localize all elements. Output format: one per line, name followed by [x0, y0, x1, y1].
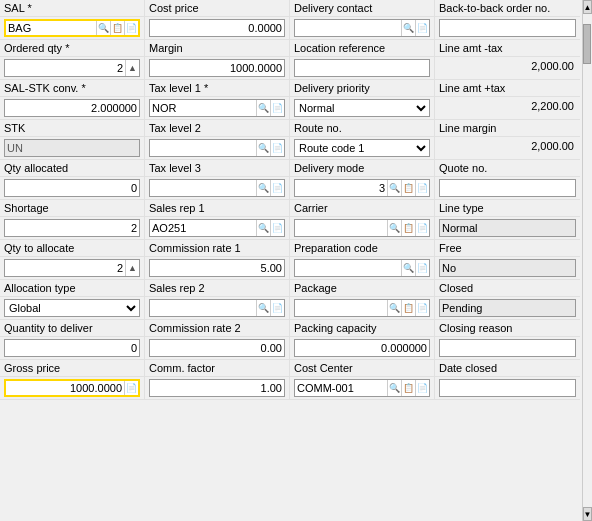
allocation-type-select-wrap[interactable]: Global: [4, 299, 140, 317]
scrollbar-thumb[interactable]: [583, 24, 591, 64]
carrier-search-icon[interactable]: 🔍: [387, 220, 401, 236]
sales-rep2-detail-icon[interactable]: 📄: [270, 300, 284, 316]
tax-level3-input-wrap[interactable]: 🔍 📄: [149, 179, 285, 197]
tax-level1-input-wrap[interactable]: 🔍 📄: [149, 99, 285, 117]
qty-to-deliver-input-wrap[interactable]: [4, 339, 140, 357]
shortage-input-wrap[interactable]: [4, 219, 140, 237]
tax-level3-detail-icon[interactable]: 📄: [270, 180, 284, 196]
scrollbar-down-button[interactable]: ▼: [583, 507, 592, 521]
ordered-qty-input[interactable]: [5, 60, 125, 76]
comm-factor-input-wrap[interactable]: [149, 379, 285, 397]
sales-rep1-input-wrap[interactable]: 🔍 📄: [149, 219, 285, 237]
sales-rep1-detail-icon[interactable]: 📄: [270, 220, 284, 236]
closing-reason-input[interactable]: [440, 340, 575, 356]
sales-rep2-input[interactable]: [150, 300, 256, 316]
quote-no-input-wrap[interactable]: [439, 179, 576, 197]
package-input-wrap[interactable]: 🔍 📋 📄: [294, 299, 430, 317]
delivery-mode-input-wrap[interactable]: 🔍 📋 📄: [294, 179, 430, 197]
tax-level2-detail-icon[interactable]: 📄: [270, 140, 284, 156]
package-copy-icon[interactable]: 📋: [401, 300, 415, 316]
qty-allocated-input[interactable]: [5, 180, 139, 196]
delivery-contact-input[interactable]: [295, 20, 401, 36]
cost-center-copy-icon[interactable]: 📋: [401, 380, 415, 396]
tax-level2-label: Tax level 2: [149, 119, 201, 135]
qty-allocated-input-wrap[interactable]: [4, 179, 140, 197]
scrollbar-up-button[interactable]: ▲: [583, 0, 592, 14]
delivery-mode-copy-icon[interactable]: 📋: [401, 180, 415, 196]
allocation-type-select[interactable]: Global: [5, 300, 139, 316]
cost-price-input[interactable]: 0.0000: [150, 20, 284, 36]
tax-level2-search-icon[interactable]: 🔍: [256, 140, 270, 156]
packing-capacity-input[interactable]: [295, 340, 429, 356]
package-detail-icon[interactable]: 📄: [415, 300, 429, 316]
location-ref-input[interactable]: [295, 60, 429, 76]
tax-level3-search-icon[interactable]: 🔍: [256, 180, 270, 196]
tax-level1-input[interactable]: [150, 100, 256, 116]
sales-rep1-search-icon[interactable]: 🔍: [256, 220, 270, 236]
delivery-contact-input-wrap[interactable]: 🔍 📄: [294, 19, 430, 37]
margin-input-wrap[interactable]: [149, 59, 285, 77]
commission-rate2-input[interactable]: [150, 340, 284, 356]
route-no-select[interactable]: Route code 1: [295, 140, 429, 156]
closing-reason-input-wrap[interactable]: [439, 339, 576, 357]
cost-center-input[interactable]: [295, 380, 387, 396]
delivery-mode-input[interactable]: [295, 180, 387, 196]
tax-level1-detail-icon[interactable]: 📄: [270, 100, 284, 116]
comm-factor-input[interactable]: [150, 380, 284, 396]
carrier-copy-icon[interactable]: 📋: [401, 220, 415, 236]
sal-copy-icon[interactable]: 📋: [110, 21, 124, 35]
preparation-code-input[interactable]: [295, 260, 401, 276]
tax-level2-input-wrap[interactable]: 🔍 📄: [149, 139, 285, 157]
ordered-qty-input-wrap[interactable]: ▲: [4, 59, 140, 77]
quote-no-input[interactable]: [440, 180, 575, 196]
delivery-priority-select-wrap[interactable]: Normal: [294, 99, 430, 117]
qty-to-allocate-spin-icon[interactable]: ▲: [125, 260, 139, 276]
date-closed-input-wrap[interactable]: [439, 379, 576, 397]
cost-center-input-wrap[interactable]: 🔍 📋 📄: [294, 379, 430, 397]
sales-rep2-search-icon[interactable]: 🔍: [256, 300, 270, 316]
qty-to-deliver-input[interactable]: [5, 340, 139, 356]
gross-price-input-wrap[interactable]: 📄: [4, 379, 140, 397]
commission-rate2-input-wrap[interactable]: [149, 339, 285, 357]
gross-price-input[interactable]: [6, 381, 124, 395]
preparation-code-detail-icon[interactable]: 📄: [415, 260, 429, 276]
carrier-input-wrap[interactable]: 🔍 📋 📄: [294, 219, 430, 237]
commission-rate1-input[interactable]: [150, 260, 284, 276]
sal-search-icon[interactable]: 🔍: [96, 21, 110, 35]
location-ref-input-wrap[interactable]: [294, 59, 430, 77]
carrier-detail-icon[interactable]: 📄: [415, 220, 429, 236]
delivery-priority-select[interactable]: Normal: [295, 100, 429, 116]
cost-center-search-icon[interactable]: 🔍: [387, 380, 401, 396]
sal-input-wrap[interactable]: BAG 🔍 📋 📄: [4, 19, 140, 37]
delivery-contact-search-icon[interactable]: 🔍: [401, 20, 415, 36]
ordered-qty-spin-icon[interactable]: ▲: [125, 60, 139, 76]
preparation-code-search-icon[interactable]: 🔍: [401, 260, 415, 276]
shortage-input[interactable]: [5, 220, 139, 236]
sales-rep2-input-wrap[interactable]: 🔍 📄: [149, 299, 285, 317]
delivery-mode-search-icon[interactable]: 🔍: [387, 180, 401, 196]
package-search-icon[interactable]: 🔍: [387, 300, 401, 316]
cost-price-input-wrap[interactable]: 0.0000: [149, 19, 285, 37]
gross-price-detail-icon[interactable]: 📄: [124, 381, 138, 395]
delivery-mode-detail-icon[interactable]: 📄: [415, 180, 429, 196]
margin-input[interactable]: [150, 60, 284, 76]
preparation-code-input-wrap[interactable]: 🔍 📄: [294, 259, 430, 277]
package-input[interactable]: [295, 300, 387, 316]
date-closed-input[interactable]: [440, 380, 575, 396]
sal-stk-input[interactable]: [5, 100, 139, 116]
sal-input[interactable]: BAG: [6, 21, 96, 35]
sal-detail-icon[interactable]: 📄: [124, 21, 138, 35]
qty-to-allocate-input-wrap[interactable]: ▲: [4, 259, 140, 277]
carrier-input[interactable]: [295, 220, 387, 236]
sales-rep1-input[interactable]: [150, 220, 256, 236]
tax-level3-input[interactable]: [150, 180, 256, 196]
commission-rate1-input-wrap[interactable]: [149, 259, 285, 277]
cost-center-detail-icon[interactable]: 📄: [415, 380, 429, 396]
delivery-contact-detail-icon[interactable]: 📄: [415, 20, 429, 36]
tax-level1-search-icon[interactable]: 🔍: [256, 100, 270, 116]
sal-stk-input-wrap[interactable]: [4, 99, 140, 117]
route-no-select-wrap[interactable]: Route code 1: [294, 139, 430, 157]
qty-to-allocate-input[interactable]: [5, 260, 125, 276]
tax-level2-input[interactable]: [150, 140, 256, 156]
packing-capacity-input-wrap[interactable]: [294, 339, 430, 357]
